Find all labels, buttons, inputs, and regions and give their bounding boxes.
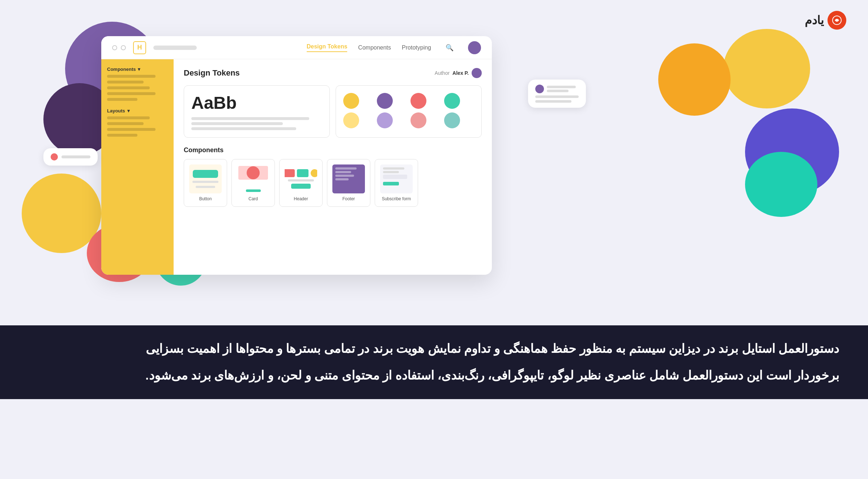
subscribe-input xyxy=(383,175,407,179)
button-line xyxy=(192,181,218,183)
color-light-yellow xyxy=(343,112,359,128)
token-line xyxy=(191,127,296,130)
header-preview xyxy=(285,164,317,193)
logo-icon xyxy=(827,11,846,30)
mockup-logo-icon: H xyxy=(133,41,146,54)
comp-label-footer: Footer xyxy=(342,196,355,201)
author-info: Author Alex P. xyxy=(435,68,482,78)
color-yellow xyxy=(343,93,359,109)
bottom-section: دستورالعمل استایل برند در دیزاین سیستم ب… xyxy=(0,325,868,399)
subscribe-line-2 xyxy=(383,171,399,173)
color-light-red xyxy=(410,112,426,128)
header-shapes xyxy=(285,169,317,177)
mockup-search-bar xyxy=(153,46,197,50)
sidebar-line xyxy=(107,86,150,89)
bubble-dot-red xyxy=(51,153,58,161)
token-line xyxy=(191,122,283,125)
persian-text-line1: دستورالعمل استایل برند در دیزاین سیستم ب… xyxy=(29,338,839,359)
comp-card-card[interactable]: Card xyxy=(231,159,275,207)
header-shape-2 xyxy=(297,169,309,177)
card-circle xyxy=(247,166,260,179)
logo-area: یادم xyxy=(805,11,846,30)
sidebar-line xyxy=(107,98,137,101)
color-teal xyxy=(444,93,460,109)
sidebar-section-layouts[interactable]: Layouts ▾ xyxy=(107,108,168,114)
mockup-sidebar: Components ▾ Layouts ▾ xyxy=(101,59,174,275)
button-preview xyxy=(189,164,222,193)
header-shape-3 xyxy=(311,169,317,177)
comp-card-button[interactable]: Button xyxy=(184,159,227,207)
bubble-lines-container xyxy=(547,86,576,92)
mockup-dot-1 xyxy=(112,45,117,50)
persian-text-line2: برخوردار است این دستورالعمل شامل عناصری … xyxy=(29,365,839,386)
token-cards: AaBb xyxy=(184,85,482,138)
button-preview-btn xyxy=(193,170,218,178)
bubble-line-4 xyxy=(535,100,571,103)
ui-mockup: H Design Tokens Components Prototyping 🔍… xyxy=(101,36,492,275)
subscribe-preview xyxy=(380,164,413,193)
color-purple xyxy=(377,93,393,109)
subscribe-btn xyxy=(383,182,399,185)
nav-item-prototyping[interactable]: Prototyping xyxy=(402,44,431,51)
color-light-purple xyxy=(377,112,393,128)
speech-bubble-right xyxy=(528,80,586,108)
bubble-dot-purple xyxy=(535,85,544,93)
blob-yellow-right xyxy=(723,29,810,108)
header-btn xyxy=(291,184,311,189)
comp-card-footer[interactable]: Footer xyxy=(327,159,370,207)
component-cards: Button xyxy=(184,159,482,207)
author-avatar xyxy=(472,68,482,78)
mockup-main: Design Tokens Author Alex P. AaBb xyxy=(174,59,492,275)
bubble-header xyxy=(535,85,579,93)
token-font-lines xyxy=(191,117,322,130)
token-card-colors xyxy=(336,85,482,138)
speech-bubble-left xyxy=(43,148,98,166)
blob-orange-right xyxy=(658,43,731,116)
author-prefix: Author xyxy=(435,70,450,76)
top-section: یادم xyxy=(0,0,868,325)
mockup-nav: Design Tokens Components Prototyping 🔍 xyxy=(307,41,481,54)
footer-line-1 xyxy=(335,167,357,170)
card-img xyxy=(238,166,268,180)
subscribe-preview-wrap xyxy=(380,164,413,193)
main-title: Design Tokens xyxy=(184,68,240,78)
comp-label-header: Header xyxy=(294,196,308,201)
color-red xyxy=(410,93,426,109)
bubble-line-1 xyxy=(547,86,576,88)
bubble-line-3 xyxy=(535,95,579,98)
mockup-topbar: H Design Tokens Components Prototyping 🔍 xyxy=(101,36,492,59)
bubble-line-2 xyxy=(547,90,569,92)
token-card-font: AaBb xyxy=(184,85,330,138)
sidebar-line xyxy=(107,122,144,125)
subscribe-line-1 xyxy=(383,167,404,170)
search-icon[interactable]: 🔍 xyxy=(446,44,454,52)
bubble-line xyxy=(61,155,90,158)
comp-card-header[interactable]: Header xyxy=(279,159,323,207)
sidebar-line xyxy=(107,134,137,137)
font-preview: AaBb xyxy=(191,93,322,113)
comp-label-subscribe: Subscribe form xyxy=(382,196,411,201)
sidebar-line xyxy=(107,75,156,78)
mockup-dots xyxy=(112,45,126,50)
main-header: Design Tokens Author Alex P. xyxy=(184,68,482,78)
header-shape-1 xyxy=(285,169,295,177)
token-line xyxy=(191,117,309,120)
user-avatar[interactable] xyxy=(468,41,481,54)
components-title: Components xyxy=(184,146,482,154)
nav-item-components[interactable]: Components xyxy=(358,44,391,51)
footer-line-3 xyxy=(335,175,354,177)
comp-card-subscribe[interactable]: Subscribe form xyxy=(375,159,418,207)
comp-label-card: Card xyxy=(248,196,258,201)
header-line xyxy=(288,179,314,181)
sidebar-lines-2 xyxy=(107,116,168,137)
sidebar-section-components[interactable]: Components ▾ xyxy=(107,67,168,72)
footer-preview xyxy=(332,164,365,193)
sidebar-line xyxy=(107,116,150,119)
nav-item-design-tokens[interactable]: Design Tokens xyxy=(307,43,348,52)
sidebar-lines-1 xyxy=(107,75,168,101)
sidebar-line xyxy=(107,92,156,95)
mockup-body: Components ▾ Layouts ▾ xyxy=(101,59,492,275)
card-preview xyxy=(237,164,269,193)
color-grid xyxy=(343,93,474,128)
footer-line-2 xyxy=(335,171,351,173)
